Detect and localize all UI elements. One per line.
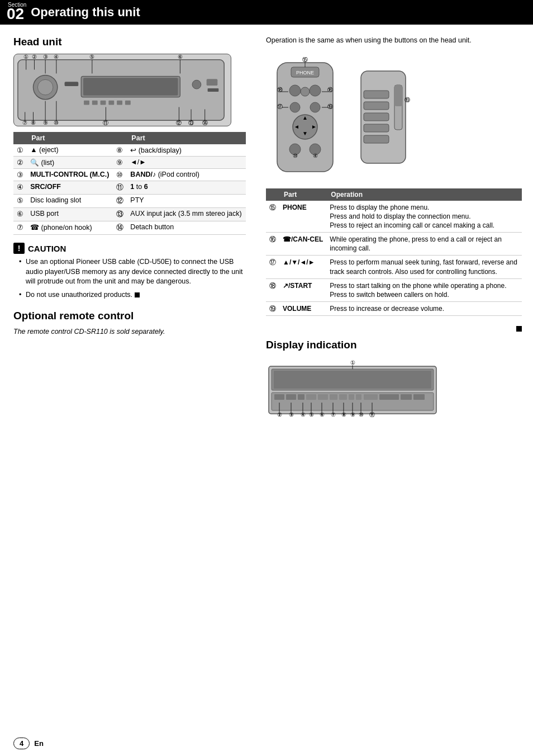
- table-row: ⑦ ☎ (phone/on hook) ⑭ Detach button: [13, 221, 246, 235]
- svg-rect-91: [349, 394, 354, 400]
- svg-rect-75: [364, 113, 389, 121]
- left-column: Head unit: [0, 25, 257, 438]
- op-row-phone: ⑮ PHONE Press to display the phone menu.…: [266, 201, 522, 233]
- num1: ④: [13, 181, 27, 195]
- section-end-marker: [266, 325, 522, 333]
- num2: ⑨: [113, 157, 127, 169]
- section-title: Operating this unit: [31, 5, 140, 20]
- svg-rect-13: [207, 79, 218, 86]
- svg-text:►: ►: [311, 124, 317, 130]
- operation-table: Part Operation ⑮ PHONE Press to display …: [266, 188, 522, 316]
- svg-point-50: [310, 102, 320, 112]
- op-part: PHONE: [279, 201, 326, 233]
- right-column: Operation is the same as when using the …: [257, 25, 533, 438]
- num1: ⑥: [13, 208, 27, 221]
- header-bar: Section 02 Operating this unit: [0, 0, 533, 25]
- caution-item-2: Do not use unauthorized products.: [19, 290, 246, 300]
- col-num1: [13, 132, 27, 144]
- display-indication-heading: Display indication: [266, 339, 522, 351]
- op-row-volume: ⑲ VOLUME Press to increase or decrease v…: [266, 302, 522, 316]
- svg-text:⑩: ⑩: [293, 153, 298, 159]
- svg-rect-5: [92, 101, 98, 105]
- table-row: ⑤ Disc loading slot ⑫ PTY: [13, 195, 246, 208]
- part1: Disc loading slot: [27, 195, 113, 208]
- svg-rect-8: [117, 101, 122, 105]
- part2: 1 to 6: [127, 181, 246, 195]
- part1: 🔍 (list): [27, 157, 113, 169]
- part1: MULTI-CONTROL (M.C.): [27, 169, 113, 181]
- op-num: ⑰: [266, 256, 279, 278]
- num2: ⑫: [113, 195, 127, 208]
- svg-rect-4: [84, 101, 89, 105]
- caution-icon: !: [13, 243, 25, 254]
- table-row: ① ▲ (eject) ⑧ ↩ (back/display): [13, 144, 246, 157]
- table-row: ③ MULTI-CONTROL (M.C.) ⑩ BAND/♪ (iPod co…: [13, 169, 246, 181]
- svg-point-46: [289, 85, 301, 96]
- optional-remote-heading: Optional remote control: [13, 310, 246, 322]
- part1: ☎ (phone/on hook): [27, 221, 113, 235]
- op-operation: While operating the phone, press to end …: [326, 233, 522, 256]
- part1: SRC/OFF: [27, 181, 113, 195]
- caution-title: ! CAUTION: [13, 243, 246, 254]
- num1: ⑤: [13, 195, 27, 208]
- part2: AUX input jack (3.5 mm stereo jack): [127, 208, 246, 221]
- part1: ▲ (eject): [27, 144, 113, 157]
- svg-text:①: ①: [23, 54, 28, 60]
- op-operation: Press to start talking on the phone whil…: [326, 278, 522, 301]
- op-part: VOLUME: [279, 302, 326, 316]
- num2: ⑪: [113, 181, 127, 195]
- svg-rect-88: [318, 394, 328, 400]
- svg-rect-93: [364, 394, 378, 400]
- part1: USB port: [27, 208, 113, 221]
- svg-text:②: ②: [32, 54, 37, 60]
- svg-rect-6: [101, 101, 106, 105]
- remote-side-diagram: ⑲: [355, 68, 411, 171]
- svg-rect-76: [364, 124, 389, 132]
- op-part: ☎/CAN-CEL: [279, 233, 326, 256]
- svg-text:▼: ▼: [302, 130, 308, 136]
- part2: ◄/►: [127, 157, 246, 169]
- part2: PTY: [127, 195, 246, 208]
- op-num: ⑯: [266, 233, 279, 256]
- op-operation: Press to perform manual seek tuning, fas…: [326, 256, 522, 278]
- op-intro-text: Operation is the same as when using the …: [266, 36, 522, 46]
- op-num: ⑱: [266, 278, 279, 301]
- svg-rect-9: [125, 101, 131, 105]
- svg-rect-3: [65, 82, 79, 86]
- remote-main-svg: PHONE ▲ ▼ ◄ ►: [266, 57, 344, 180]
- svg-rect-92: [356, 394, 361, 400]
- language-label: En: [34, 739, 44, 748]
- head-unit-svg: ① ② ③ ④ ⑤ ⑥ ⑦ ⑧ ⑨ ⑩ ⑪ ⑫ ⑬ ⑭: [14, 54, 231, 126]
- svg-rect-7: [108, 101, 114, 105]
- op-operation: Press to display the phone menu.Press an…: [326, 201, 522, 233]
- svg-rect-72: [394, 85, 402, 106]
- section-number: 02: [7, 6, 24, 22]
- op-operation: Press to increase or decrease volume.: [326, 302, 522, 316]
- svg-point-11: [37, 79, 53, 95]
- col-part1: Part: [27, 132, 113, 144]
- parts-table: Part Part ① ▲ (eject) ⑧ ↩ (back/display)…: [13, 132, 246, 235]
- svg-rect-85: [286, 394, 296, 400]
- svg-point-12: [192, 80, 201, 89]
- svg-rect-94: [379, 394, 399, 400]
- op-num: ⑮: [266, 201, 279, 233]
- op-num: ⑲: [266, 302, 279, 316]
- op-row-cancel: ⑯ ☎/CAN-CEL While operating the phone, p…: [266, 233, 522, 256]
- svg-rect-2: [83, 78, 178, 96]
- table-row: ④ SRC/OFF ⑪ 1 to 6: [13, 181, 246, 195]
- svg-text:④: ④: [313, 153, 318, 159]
- svg-text:①: ①: [350, 360, 355, 366]
- svg-text:⑲: ⑲: [327, 103, 333, 110]
- svg-text:⑲: ⑲: [404, 97, 410, 103]
- svg-text:③: ③: [43, 54, 48, 60]
- caution-box: ! CAUTION Use an optional Pioneer USB ca…: [13, 243, 246, 300]
- svg-text:PHONE: PHONE: [296, 70, 314, 75]
- svg-rect-73: [364, 91, 389, 98]
- svg-rect-86: [298, 394, 304, 400]
- svg-rect-82: [274, 371, 431, 389]
- svg-rect-74: [364, 102, 389, 110]
- num1: ⑦: [13, 221, 27, 235]
- svg-rect-95: [401, 394, 412, 400]
- page-number: 4: [13, 738, 30, 749]
- num1: ①: [13, 144, 27, 157]
